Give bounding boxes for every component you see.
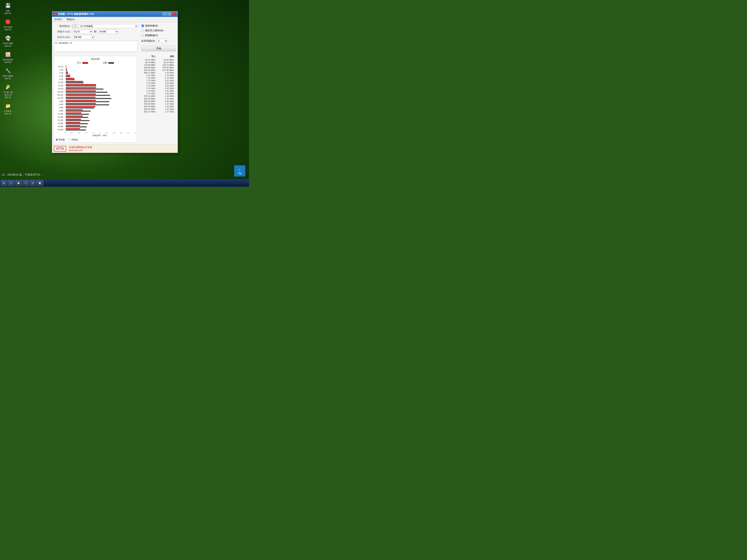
write-bar-8 <box>66 90 96 91</box>
restore-icon: 💾 <box>4 2 12 9</box>
read-bar-19 <box>66 126 87 127</box>
transfer-to-select[interactable]: 64 MB <box>98 30 118 34</box>
bytes-radio[interactable] <box>56 138 58 141</box>
transfer-label: 传输大小(Z): <box>54 30 71 33</box>
write-bar-16 <box>66 115 83 117</box>
atto-slogan: 存储与网络技术专家 <box>69 146 92 149</box>
table-row: 875.83 MB/s1.37 GB/s <box>139 103 176 105</box>
table-row: 822.27 MB/s1.17 GB/s <box>139 111 176 113</box>
title-bar-left: A 无标题 - ATTO 磁盘基准测试 4.00 <box>54 12 94 16</box>
taskbar-explorer[interactable]: 📁 <box>15 180 22 186</box>
bar-group-1 <box>66 68 135 71</box>
bar-group-3 <box>66 75 135 77</box>
verify-checkbox[interactable] <box>141 34 144 37</box>
taskbar-clipboard[interactable]: 📋 <box>36 180 43 186</box>
start-button[interactable]: 开始 <box>141 46 176 51</box>
bar-group-0 <box>66 65 135 68</box>
write-cell-20: 822.27 MB/s <box>139 111 155 113</box>
desktop-icon-repair[interactable]: 🔧 Win引导修复【Alt+F】 <box>2 67 14 80</box>
write-cell-13: 1.72 GB/s <box>139 92 155 95</box>
write-cache-row: 绕过写入缓存(W) <box>141 29 176 32</box>
taskbar-mail[interactable]: ✉ <box>30 180 35 186</box>
atto-logo: ATTO <box>54 146 66 152</box>
write-legend-label: 写入 <box>77 61 81 64</box>
read-bar-10 <box>66 98 111 99</box>
write-bar-20 <box>66 128 80 129</box>
write-cache-label: 绕过写入缓存(W) <box>145 29 163 32</box>
menu-bar: 文件(F) 帮助(H) <box>52 17 178 22</box>
browse-button[interactable]: ... <box>72 24 77 28</box>
desktop-icon-ghost[interactable]: 👻 GHOST克隆【Alt+G】 <box>2 34 14 47</box>
doco-label: DoCo直通【Alt+D】 <box>4 26 12 31</box>
start-menu-button[interactable]: ⊞ <box>1 180 7 186</box>
write-legend-bar <box>82 62 88 64</box>
desktop-icon-more[interactable]: 📁 分类更多【Alt+C】 <box>2 102 14 115</box>
write-bar-10 <box>66 97 96 98</box>
table-row: 828.32 MB/s1.21 GB/s <box>139 108 176 110</box>
taskbar: ⊞ 🌐 📁 🛡 ✉ 📋 <box>0 179 249 187</box>
read-cell-20: 1.17 GB/s <box>157 111 174 113</box>
file-size-select[interactable]: 256 MB <box>72 35 94 39</box>
table-row: 1.75 GB/s1.76 GB/s <box>139 74 176 77</box>
bar-group-13 <box>66 106 135 109</box>
direct-transfer-checkbox[interactable] <box>141 25 144 27</box>
table-row: 481.20 MB/s517.86 MB/s <box>139 69 176 71</box>
read-bar-9 <box>66 95 110 96</box>
atto-brand-bar: ATTO 存储与网络技术专家 www.atto.com <box>52 144 178 153</box>
menu-help[interactable]: 帮助(H) <box>66 18 75 22</box>
more-label: 分类更多【Alt+C】 <box>4 110 12 115</box>
write-cell-9: 1.73 GB/s <box>139 82 155 84</box>
ghost-label: GHOST克隆【Alt+G】 <box>3 42 13 47</box>
top-arrow-icon: ↑ <box>239 167 241 172</box>
bytes-radio-item[interactable]: B/s(B) <box>56 138 65 141</box>
top-button[interactable]: ↑ Top <box>234 165 245 177</box>
read-legend-bar <box>108 62 114 64</box>
y-label-512kb: 512 KB <box>56 97 63 99</box>
description-textarea[interactable]: << miaoshu >> <box>54 41 138 52</box>
read-cell-18: 1.28 GB/s <box>157 105 174 108</box>
chart-panel: 测试结果 写入 读取 512 B <box>54 56 137 142</box>
transfer-from-select[interactable]: 512 B <box>72 30 93 34</box>
y-label-64mb: 64 MB <box>56 129 63 131</box>
desktop-icon-win[interactable]: 🪟 Win系统安装【Alt+W】 <box>2 51 14 64</box>
io-label: IO/s(I) <box>72 138 78 141</box>
bar-group-4 <box>66 78 135 80</box>
table-row: 1.73 GB/s2.41 GB/s <box>139 79 176 82</box>
table-row: 835.43 MB/s1.28 GB/s <box>139 105 176 108</box>
taskbar-browser[interactable]: 🌐 <box>7 180 14 186</box>
desktop-icons: 💾 还原【Alt+D】 🔴 DoCo直通【Alt+D】 👻 GHOST克隆【Al… <box>2 2 14 115</box>
chart-bars <box>66 65 135 131</box>
desktop-icon-restore[interactable]: 💾 还原【Alt+D】 <box>2 2 14 15</box>
io-radio-item[interactable]: IO/s(I) <box>69 138 78 141</box>
read-bar-0 <box>66 66 66 68</box>
queue-select[interactable]: 4 <box>156 39 168 43</box>
y-label-4mb: 4 MB <box>56 107 63 109</box>
read-bar-12 <box>66 104 109 105</box>
transfer-row: 传输大小(Z): 512 B 到 64 MB <box>54 30 138 34</box>
write-cell-5: 996.57 MB/s <box>139 72 155 74</box>
close-button[interactable]: ✕ <box>172 12 176 16</box>
table-row: 1.72 GB/s1.65 GB/s <box>139 92 176 95</box>
table-row: 29.71 MB/s32.84 MB/s <box>139 59 176 61</box>
read-bar-8 <box>66 92 107 93</box>
read-cell-15: 1.34 GB/s <box>157 98 174 100</box>
y-label-12mb: 12 MB <box>56 113 63 115</box>
drive-select[interactable]: (C) 本地磁盘 <box>79 24 138 28</box>
read-bar-5 <box>66 82 83 83</box>
x-axis: 0 0.4 0.8 1.2 1.6 2 2.4 2.8 3.2 3.6 4 <box>64 132 135 137</box>
bar-group-16 <box>66 115 135 118</box>
desktop-icon-dbc[interactable]: 🥬 大白菜一键还原工具【Alt+Z】 <box>2 83 14 99</box>
menu-file[interactable]: 文件(F) <box>54 18 63 22</box>
chart-container: 512 B 1 KB 2 KB 4 KB 8 KB 16 KB 32 KB 64… <box>56 65 135 131</box>
io-radio[interactable] <box>69 138 71 141</box>
maximize-button[interactable]: □ <box>167 12 171 16</box>
write-cache-checkbox[interactable] <box>141 29 144 32</box>
atto-url: www.atto.com <box>69 149 92 152</box>
desktop-icon-doco[interactable]: 🔴 DoCo直通【Alt+D】 <box>2 18 14 31</box>
minimize-button[interactable]: ─ <box>162 12 166 16</box>
read-cell-19: 1.21 GB/s <box>157 108 174 110</box>
direct-transfer-label: 直接传输(R) <box>145 24 158 27</box>
taskbar-shield[interactable]: 🛡 <box>23 180 29 186</box>
verify-label: 校验数据(V) <box>145 34 158 37</box>
read-bar-2 <box>66 73 68 74</box>
